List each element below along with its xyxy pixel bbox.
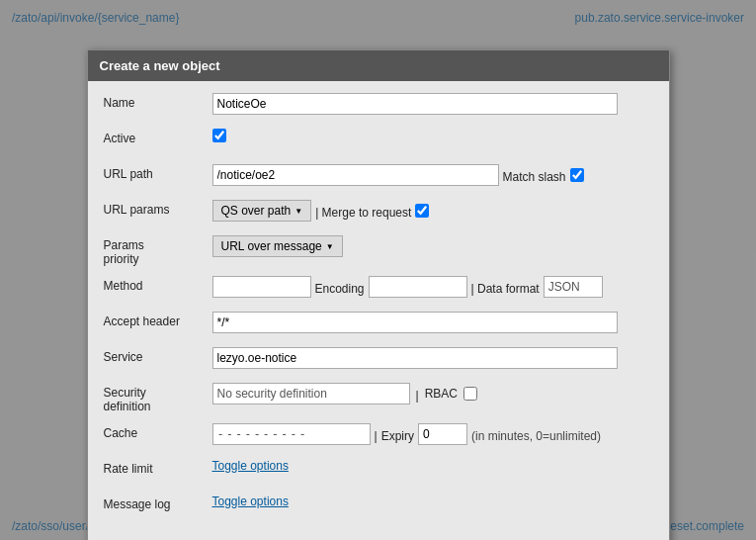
url-params-row: URL params QS over path | Merge to reque… — [104, 200, 653, 225]
match-slash-label: Match slash — [503, 167, 566, 184]
params-priority-controls: URL over message — [212, 235, 653, 257]
accept-header-row: Accept header — [104, 312, 653, 337]
url-params-controls: QS over path | Merge to request — [212, 200, 653, 222]
dialog-title: Create a new object — [88, 50, 669, 81]
method-label: Method — [104, 276, 212, 293]
method-row: Method Encoding | Data format — [104, 276, 653, 302]
message-log-controls: Toggle options — [212, 495, 653, 508]
rate-limit-row: Rate limit Toggle options — [104, 459, 653, 485]
url-path-controls: Match slash — [212, 164, 653, 186]
name-controls — [212, 93, 653, 115]
url-path-input[interactable] — [212, 164, 499, 186]
params-priority-row: Paramspriority URL over message — [104, 235, 653, 266]
security-row: Securitydefinition | RBAC — [104, 383, 653, 413]
accept-header-label: Accept header — [104, 312, 212, 328]
cache-controls: | Expiry (in minutes, 0=unlimited) — [212, 423, 653, 445]
expiry-input[interactable] — [418, 423, 467, 445]
url-path-row: URL path Match slash — [104, 164, 653, 190]
method-input[interactable] — [212, 276, 311, 298]
expiry-label: Expiry — [381, 426, 414, 443]
message-log-toggle[interactable]: Toggle options — [212, 495, 289, 508]
data-format-input[interactable] — [544, 276, 603, 298]
accept-header-input[interactable] — [212, 312, 618, 333]
accept-header-controls — [212, 312, 653, 333]
merge-to-request-checkbox[interactable] — [415, 204, 429, 218]
match-slash-checkbox[interactable] — [570, 168, 584, 182]
cache-input[interactable] — [212, 423, 371, 445]
security-controls: | RBAC — [212, 383, 653, 405]
security-definition-label: Securitydefinition — [104, 383, 212, 413]
active-row: Active — [104, 129, 653, 154]
service-row: Service — [104, 347, 653, 373]
expiry-note: (in minutes, 0=unlimited) — [471, 426, 601, 443]
cache-row: Cache | Expiry (in minutes, 0=unlimited) — [104, 423, 653, 449]
merge-to-request-label: | Merge to request — [315, 203, 411, 220]
rbac-checkbox[interactable] — [463, 387, 477, 401]
data-format-label: | Data format — [471, 279, 540, 296]
dialog-body: Name Active URL path Match slash — [88, 81, 669, 540]
create-object-dialog: Create a new object Name Active URL path — [87, 49, 670, 540]
name-row: Name — [104, 93, 653, 119]
message-log-row: Message log Toggle options — [104, 495, 653, 520]
rbac-separator: | — [416, 386, 419, 403]
url-over-message-dropdown[interactable]: URL over message — [212, 235, 343, 257]
active-checkbox[interactable] — [212, 129, 226, 142]
url-path-label: URL path — [104, 164, 212, 181]
params-priority-label: Paramspriority — [104, 235, 212, 266]
rate-limit-controls: Toggle options — [212, 459, 653, 473]
url-params-label: URL params — [104, 200, 212, 217]
active-label: Active — [104, 129, 212, 145]
rate-limit-toggle[interactable]: Toggle options — [212, 459, 289, 473]
encoding-label: Encoding — [315, 279, 365, 296]
cache-label: Cache — [104, 423, 212, 440]
rbac-label: RBAC — [425, 387, 458, 401]
rate-limit-label: Rate limit — [104, 459, 212, 476]
service-controls — [212, 347, 653, 369]
qs-over-path-dropdown[interactable]: QS over path — [212, 200, 312, 222]
security-definition-input[interactable] — [212, 383, 410, 405]
method-controls: Encoding | Data format — [212, 276, 653, 298]
service-label: Service — [104, 347, 212, 364]
encoding-input[interactable] — [369, 276, 467, 298]
name-input[interactable] — [212, 93, 618, 115]
name-label: Name — [104, 93, 212, 110]
message-log-label: Message log — [104, 495, 212, 511]
active-controls — [212, 129, 653, 142]
expiry-separator: | — [375, 426, 378, 443]
service-input[interactable] — [212, 347, 618, 369]
